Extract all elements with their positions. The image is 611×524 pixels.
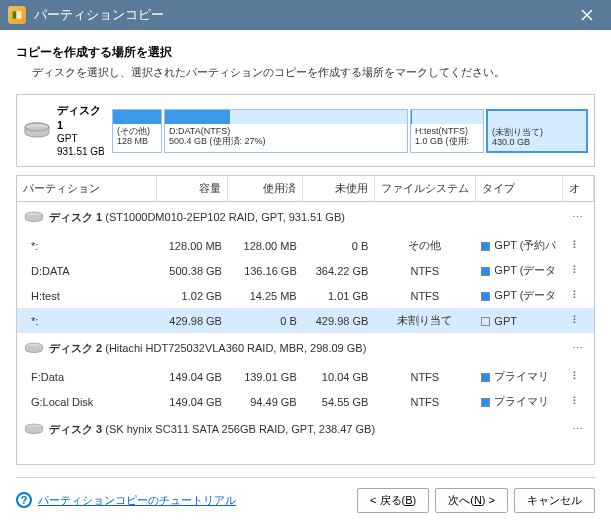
app-icon — [8, 6, 26, 24]
partition-row[interactable]: G:Local Disk149.04 GB94.49 GB54.55 GBNTF… — [17, 389, 594, 414]
menu-icon[interactable]: ⠇ — [568, 289, 584, 301]
svg-rect-1 — [13, 11, 17, 19]
disk-row[interactable]: ディスク 1 (ST1000DM010-2EP102 RAID, GPT, 93… — [17, 201, 594, 233]
col-partition[interactable]: パーティション — [17, 176, 156, 202]
hdd-icon — [23, 211, 45, 225]
col-size[interactable]: 容量 — [156, 176, 228, 202]
back-button[interactable]: < 戻る(B) — [357, 488, 429, 513]
disk-size: 931.51 GB — [57, 145, 110, 158]
partition-row[interactable]: *:429.98 GB0 B429.98 GB未割り当てGPT⠇ — [17, 308, 594, 333]
hdd-icon — [23, 342, 45, 356]
menu-icon[interactable]: ⠇ — [568, 264, 584, 276]
partition-row[interactable]: F:Data149.04 GB139.01 GB10.04 GBNTFSプライマ… — [17, 364, 594, 389]
menu-icon[interactable]: ⋯ — [568, 423, 587, 435]
next-button[interactable]: 次へ(N) > — [435, 488, 508, 513]
page-heading: コピーを作成する場所を選択 — [16, 44, 595, 61]
partition-block[interactable]: H:test(NTFS)1.0 GB (使用: — [410, 109, 484, 153]
footer: ? パーティションコピーのチュートリアル < 戻る(B) 次へ(N) > キャン… — [16, 477, 595, 513]
disk-layout: ディスク 1 GPT 931.51 GB (その他)128 MBD:DATA(N… — [16, 94, 595, 167]
menu-icon[interactable]: ⠇ — [568, 239, 584, 251]
disk-name: ディスク 1 — [57, 103, 110, 132]
col-used[interactable]: 使用済 — [228, 176, 303, 202]
hdd-icon — [23, 423, 45, 437]
partition-row[interactable]: H:test1.02 GB14.25 MB1.01 GBNTFSGPT (データ… — [17, 283, 594, 308]
close-button[interactable] — [571, 0, 603, 30]
menu-icon[interactable]: ⠇ — [568, 314, 584, 326]
col-opt[interactable]: オ — [562, 176, 593, 202]
disk-row[interactable]: ディスク 2 (Hitachi HDT725032VLA360 RAID, MB… — [17, 333, 594, 364]
window-title: パーティションコピー — [34, 6, 571, 24]
disk-scheme: GPT — [57, 132, 110, 145]
menu-icon[interactable]: ⋯ — [568, 342, 587, 354]
menu-icon[interactable]: ⋯ — [568, 211, 587, 223]
partition-row[interactable]: D:DATA500.38 GB136.16 GB364.22 GBNTFSGPT… — [17, 258, 594, 283]
partition-block[interactable]: (その他)128 MB — [112, 109, 162, 153]
disk-row[interactable]: ディスク 3 (SK hynix SC311 SATA 256GB RAID, … — [17, 414, 594, 445]
partition-table-container[interactable]: パーティション 容量 使用済 未使用 ファイルシステム タイプ オ ディスク 1… — [16, 175, 595, 465]
col-free[interactable]: 未使用 — [303, 176, 375, 202]
partition-block[interactable]: (未割り当て)430.0 GB — [486, 109, 588, 153]
help-icon: ? — [16, 492, 32, 508]
partition-table: パーティション 容量 使用済 未使用 ファイルシステム タイプ オ ディスク 1… — [17, 176, 594, 445]
tutorial-link[interactable]: パーティションコピーのチュートリアル — [38, 493, 236, 508]
col-type[interactable]: タイプ — [475, 176, 562, 202]
titlebar: パーティションコピー — [0, 0, 611, 30]
page-subheading: ディスクを選択し、選択されたパーティションのコピーを作成する場所をマークしてくだ… — [32, 65, 595, 80]
partition-row[interactable]: *:128.00 MB128.00 MB0 Bその他GPT (予約パ⠇ — [17, 233, 594, 258]
partition-block[interactable]: D:DATA(NTFS)500.4 GB (使用済: 27%) — [164, 109, 408, 153]
col-fs[interactable]: ファイルシステム — [374, 176, 475, 202]
menu-icon[interactable]: ⠇ — [568, 395, 584, 407]
disk-info: ディスク 1 GPT 931.51 GB — [23, 103, 110, 158]
cancel-button[interactable]: キャンセル — [514, 488, 595, 513]
hdd-icon — [23, 122, 51, 140]
menu-icon[interactable]: ⠇ — [568, 370, 584, 382]
